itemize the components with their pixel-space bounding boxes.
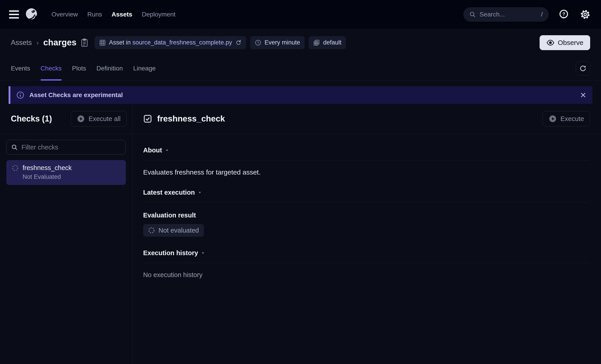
- reload-definition-icon[interactable]: [235, 40, 241, 46]
- filter-search-icon: [11, 144, 18, 151]
- evaluation-status-badge: Not evaluated: [143, 224, 204, 237]
- tab-lineage[interactable]: Lineage: [133, 56, 156, 80]
- dagster-logo-icon[interactable]: [25, 8, 38, 21]
- check-detail-body: About Evaluates freshness for targeted a…: [132, 134, 601, 279]
- table-icon: [99, 39, 106, 46]
- page-title: charges: [43, 38, 77, 47]
- filter-checks-input[interactable]: Filter checks: [6, 140, 126, 155]
- execute-all-label: Execute all: [89, 115, 120, 123]
- search-input[interactable]: Search... /: [463, 7, 549, 22]
- execute-button[interactable]: Execute: [542, 111, 590, 126]
- top-nav: Overview Runs Assets Deployment Search..…: [0, 0, 601, 29]
- play-circle-icon: [549, 115, 557, 123]
- check-detail: freshness_check Execute About Evaluates …: [132, 104, 601, 364]
- asset-in-label: Asset in source_data_freshness_complete.…: [109, 39, 232, 46]
- execute-label: Execute: [560, 115, 584, 123]
- check-list-item-freshness[interactable]: freshness_check Not Evaluated: [6, 160, 126, 185]
- eye-icon: [546, 39, 554, 47]
- experimental-banner: Asset Checks are experimental: [9, 86, 592, 104]
- banner-close-button[interactable]: [580, 92, 587, 99]
- group-label: default: [323, 39, 341, 46]
- clipboard-icon: [80, 38, 88, 47]
- hamburger-menu-button[interactable]: [9, 10, 19, 19]
- stacked-sheets-icon: [313, 39, 320, 46]
- check-name: freshness_check: [23, 164, 72, 172]
- check-status: Not Evaluated: [23, 173, 120, 181]
- about-heading: About: [143, 147, 162, 154]
- breadcrumb-separator: ›: [36, 38, 39, 47]
- evaluation-result-heading: Evaluation result: [143, 212, 590, 219]
- caret-down-icon: [165, 148, 169, 153]
- tab-bar: Events Checks Plots Definition Lineage: [0, 56, 601, 81]
- primary-nav: Overview Runs Assets Deployment: [51, 11, 175, 18]
- not-evaluated-icon: [148, 227, 155, 234]
- execute-all-button[interactable]: Execute all: [71, 111, 127, 126]
- gear-icon: [580, 9, 591, 20]
- tab-plots[interactable]: Plots: [72, 56, 86, 80]
- refresh-button[interactable]: [576, 61, 590, 76]
- tab-definition[interactable]: Definition: [96, 56, 123, 80]
- check-detail-header: freshness_check Execute: [132, 104, 601, 134]
- clock-icon: [255, 39, 261, 46]
- tab-checks[interactable]: Checks: [41, 56, 62, 80]
- svg-text:?: ?: [562, 11, 565, 17]
- info-icon: [16, 91, 24, 99]
- play-circle-icon: [77, 115, 85, 123]
- section-execution-history-toggle[interactable]: Execution history: [143, 249, 590, 257]
- hamburger-icon: [9, 10, 19, 12]
- checks-sidebar: Checks (1) Execute all Filter checks: [0, 104, 132, 364]
- checks-sidebar-header: Checks (1) Execute all: [0, 104, 132, 134]
- latest-execution-heading: Latest execution: [143, 189, 195, 196]
- not-evaluated-icon: [12, 165, 19, 171]
- execution-history-heading: Execution history: [143, 249, 198, 257]
- section-divider: [143, 160, 590, 160]
- about-body: Evaluates freshness for targeted asset.: [143, 168, 590, 176]
- check-title: freshness_check: [157, 114, 225, 123]
- freshness-schedule-tag[interactable]: Every minute: [250, 36, 305, 49]
- checks-count-heading: Checks (1): [11, 114, 52, 123]
- observe-label: Observe: [558, 39, 583, 47]
- filter-placeholder: Filter checks: [21, 144, 58, 151]
- search-placeholder: Search...: [480, 11, 505, 18]
- checks-content: Checks (1) Execute all Filter checks: [0, 104, 601, 364]
- evaluation-badge-label: Not evaluated: [159, 227, 199, 234]
- copy-asset-name-button[interactable]: [80, 38, 88, 47]
- nav-deployment[interactable]: Deployment: [142, 11, 175, 18]
- asset-header-row: Assets › charges Asset in source_data_fr…: [0, 29, 601, 56]
- caret-down-icon: [198, 190, 202, 195]
- search-shortcut-hint: /: [541, 11, 543, 18]
- asset-file-link[interactable]: source_data_freshness_complete.py: [132, 39, 232, 46]
- asset-tags: Asset in source_data_freshness_complete.…: [95, 36, 346, 49]
- close-icon: [580, 92, 587, 99]
- banner-text: Asset Checks are experimental: [29, 91, 123, 99]
- check-icon: [143, 114, 152, 123]
- nav-runs[interactable]: Runs: [87, 11, 102, 18]
- section-latest-execution-toggle[interactable]: Latest execution: [143, 189, 590, 196]
- search-icon: [469, 11, 476, 18]
- schedule-label: Every minute: [265, 39, 300, 46]
- settings-button[interactable]: [580, 9, 591, 20]
- app-root: Overview Runs Assets Deployment Search..…: [0, 0, 601, 364]
- refresh-icon: [579, 65, 587, 72]
- breadcrumb-assets-link[interactable]: Assets: [11, 39, 32, 47]
- section-divider: [143, 263, 590, 263]
- help-button[interactable]: ?: [558, 9, 569, 20]
- section-divider: [143, 202, 590, 202]
- execution-history-empty: No execution history: [143, 271, 590, 279]
- nav-overview[interactable]: Overview: [51, 11, 78, 18]
- nav-assets[interactable]: Assets: [111, 11, 132, 18]
- group-tag[interactable]: default: [309, 36, 346, 49]
- section-about-toggle[interactable]: About: [143, 147, 590, 154]
- observe-button[interactable]: Observe: [540, 35, 590, 50]
- caret-down-icon: [201, 251, 205, 255]
- help-icon: ?: [558, 9, 569, 20]
- asset-definition-tag[interactable]: Asset in source_data_freshness_complete.…: [95, 36, 246, 49]
- tab-events[interactable]: Events: [11, 56, 30, 80]
